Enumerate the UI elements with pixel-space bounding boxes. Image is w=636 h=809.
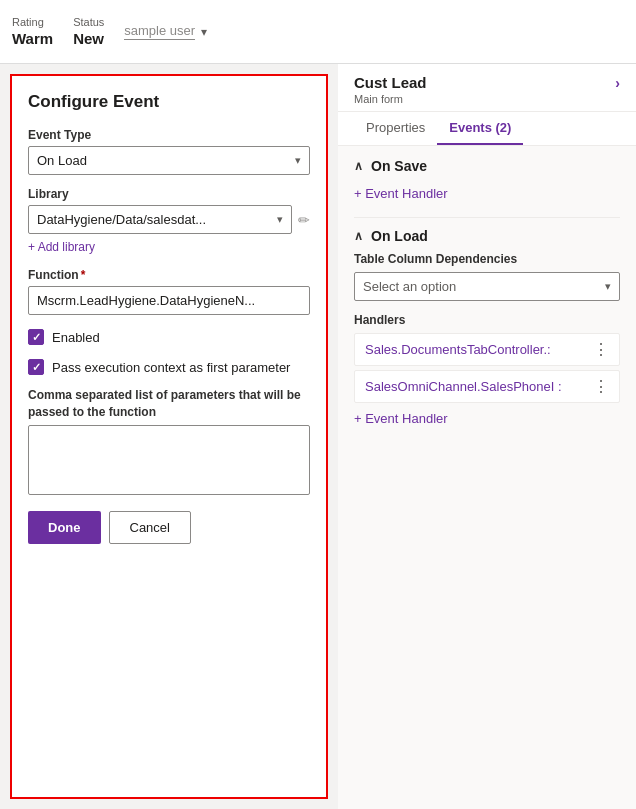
params-textarea[interactable] [28,425,310,495]
library-row: DataHygiene/Data/salesdat... ▾ ✏ [28,205,310,234]
rating-value: Warm [12,30,53,47]
tab-events[interactable]: Events (2) [437,112,523,145]
done-button[interactable]: Done [28,511,101,544]
event-type-label: Event Type [28,128,310,142]
cust-lead-chevron-right-icon[interactable]: › [615,75,620,91]
on-load-add-handler-button[interactable]: + Event Handler [354,407,620,430]
on-load-label: On Load [371,228,428,244]
tab-properties[interactable]: Properties [354,112,437,145]
status-label: Status [73,16,104,28]
enabled-checkbox[interactable]: ✓ [28,329,44,345]
table-col-select[interactable]: Select an option ▾ [354,272,620,301]
params-group: Comma separated list of parameters that … [28,387,310,495]
header-chevron-down-icon[interactable]: ▾ [201,25,207,39]
header-bar: Rating Warm Status New sample user ▾ [0,0,636,64]
configure-event-panel: Configure Event Event Type On Load ▾ Lib… [10,74,328,799]
configure-event-title: Configure Event [28,92,310,112]
main-content: Configure Event Event Type On Load ▾ Lib… [0,64,636,809]
header-field-rating: Rating Warm [12,16,53,47]
table-col-dependencies-label: Table Column Dependencies [354,252,620,266]
pass-context-checkbox-row[interactable]: ✓ Pass execution context as first parame… [28,359,310,375]
handler-name-1: SalesOmniChannel.SalesPhoneI : [365,379,562,394]
button-row: Done Cancel [28,511,310,544]
table-col-chevron-down-icon: ▾ [605,280,611,293]
on-load-section-header: ∧ On Load [354,228,620,244]
on-save-label: On Save [371,158,427,174]
on-load-chevron-icon: ∧ [354,229,363,243]
on-save-section-header: ∧ On Save [354,158,620,174]
handler-item-0[interactable]: Sales.DocumentsTabController.: ⋮ [354,333,620,366]
rating-label: Rating [12,16,53,28]
on-save-add-handler-button[interactable]: + Event Handler [354,182,620,205]
function-label: Function* [28,268,310,282]
handler-name-0: Sales.DocumentsTabController.: [365,342,551,357]
pass-context-label: Pass execution context as first paramete… [52,360,290,375]
event-type-select[interactable]: On Load ▾ [28,146,310,175]
cust-lead-title: Cust Lead › [354,74,620,91]
status-value: New [73,30,104,47]
pass-context-check-icon: ✓ [32,361,41,374]
library-label: Library [28,187,310,201]
event-type-group: Event Type On Load ▾ [28,128,310,175]
edit-library-icon[interactable]: ✏ [298,212,310,228]
handlers-label: Handlers [354,313,620,327]
right-body: ∧ On Save + Event Handler ∧ On Load Tabl… [338,146,636,454]
cust-lead-subtitle: Main form [354,93,620,105]
params-label: Comma separated list of parameters that … [28,387,310,421]
enabled-check-icon: ✓ [32,331,41,344]
enabled-checkbox-row[interactable]: ✓ Enabled [28,329,310,345]
header-name-text: sample user [124,23,195,40]
table-col-select-value: Select an option [363,279,456,294]
right-panel: Cust Lead › Main form Properties Events … [338,64,636,809]
function-group: Function* [28,268,310,315]
library-chevron-down-icon: ▾ [277,213,283,226]
section-divider [354,217,620,218]
header-field-status: Status New [73,16,104,47]
tabs-row: Properties Events (2) [338,112,636,146]
right-header: Cust Lead › Main form [338,64,636,112]
add-library-button[interactable]: + Add library [28,238,310,256]
handler-dots-icon-1[interactable]: ⋮ [593,377,609,396]
handler-dots-icon-0[interactable]: ⋮ [593,340,609,359]
event-type-value: On Load [37,153,87,168]
handler-item-1[interactable]: SalesOmniChannel.SalesPhoneI : ⋮ [354,370,620,403]
header-name-field[interactable]: sample user ▾ [124,23,207,40]
enabled-label: Enabled [52,330,100,345]
library-group: Library DataHygiene/Data/salesdat... ▾ ✏… [28,187,310,256]
event-type-chevron-down-icon: ▾ [295,154,301,167]
on-save-chevron-icon: ∧ [354,159,363,173]
function-input[interactable] [28,286,310,315]
pass-context-checkbox[interactable]: ✓ [28,359,44,375]
library-select[interactable]: DataHygiene/Data/salesdat... ▾ [28,205,292,234]
library-value: DataHygiene/Data/salesdat... [37,212,206,227]
cancel-button[interactable]: Cancel [109,511,191,544]
